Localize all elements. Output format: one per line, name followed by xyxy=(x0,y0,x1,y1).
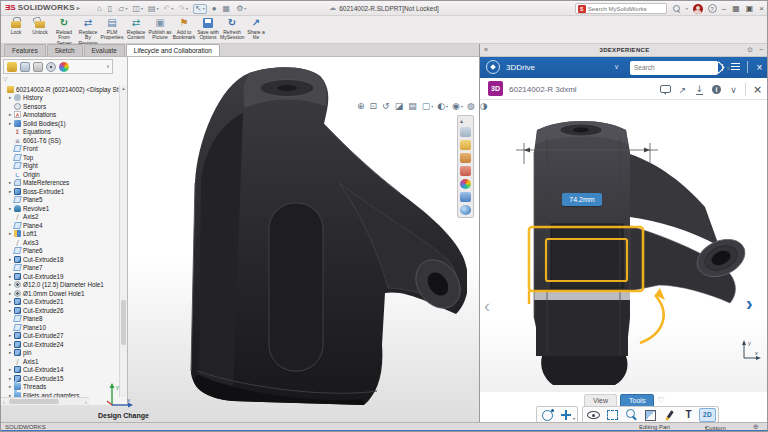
tree-item[interactable]: ▸ History xyxy=(1,94,119,103)
tree-filter[interactable]: ▽ xyxy=(3,75,8,82)
share-icon[interactable]: ↗ xyxy=(677,84,688,96)
more-tabs-arrow-icon[interactable]: › xyxy=(107,63,109,70)
view-palette-icon[interactable] xyxy=(460,166,471,176)
search-icon[interactable] xyxy=(672,4,681,13)
3d-preview-area[interactable]: 74.2mm Pocket w/ thru hole ‹ › y x xyxy=(480,100,768,392)
zoom-tool-icon[interactable] xyxy=(623,408,640,422)
part-model[interactable] xyxy=(137,61,467,423)
tree-item[interactable]: Axis2 xyxy=(1,213,119,222)
next-view-chevron[interactable]: › xyxy=(746,292,753,315)
display-style-icon[interactable]: ◐▾ xyxy=(437,102,448,111)
download-icon[interactable]: ↓ xyxy=(694,84,705,96)
comment-icon[interactable] xyxy=(660,84,671,96)
previous-view-icon[interactable]: ↺ xyxy=(382,102,391,111)
tree-item[interactable]: ▸ Threads xyxy=(1,383,119,392)
tree-item[interactable]: Plane6 xyxy=(1,247,119,256)
annotation-views-icon[interactable]: ▤ xyxy=(408,102,418,111)
tree-item[interactable]: ▸ MateReferences xyxy=(1,179,119,188)
tree-item[interactable]: ▸ Boss-Extrude1 xyxy=(1,187,119,196)
rotate-icon[interactable] xyxy=(539,408,556,422)
redo-icon[interactable]: ↷▾ xyxy=(178,5,188,13)
solidworks-forum-icon[interactable] xyxy=(460,205,471,215)
tree-item[interactable]: Equations xyxy=(1,128,119,137)
custom-properties-icon[interactable] xyxy=(460,192,471,202)
favorite-heart-icon[interactable]: ♡ xyxy=(657,396,664,405)
command-button[interactable]: Replace Content xyxy=(124,16,148,43)
previous-view-chevron[interactable]: ‹ xyxy=(484,296,490,317)
tree-item[interactable]: ▸ Ø1.0mm Dowel Hole1 xyxy=(1,289,119,298)
zoom-area-icon[interactable]: ⊡ xyxy=(370,102,379,111)
divider[interactable] xyxy=(745,83,746,96)
design-library-icon[interactable] xyxy=(460,140,471,150)
user-avatar[interactable] xyxy=(693,4,703,14)
minimize-button[interactable]: – xyxy=(722,5,726,13)
propertymanager-tab[interactable] xyxy=(20,62,30,72)
close-panel-icon[interactable]: × xyxy=(754,61,765,73)
app-selector[interactable]: 3DDrive xyxy=(506,63,535,72)
scrollbar-thumb[interactable] xyxy=(121,300,126,345)
tree-horizontal-scrollbar[interactable]: ‹ › xyxy=(1,397,89,405)
help-button[interactable]: ? xyxy=(708,4,717,13)
command-button[interactable]: Lock xyxy=(4,16,28,43)
edit-appearance-icon[interactable]: ◍ xyxy=(467,102,476,111)
command-button[interactable]: Replace By Revision xyxy=(76,16,100,43)
tree-item[interactable]: Axis1 xyxy=(1,357,119,366)
command-tab[interactable]: Evaluate xyxy=(84,44,125,56)
file-explorer-icon[interactable] xyxy=(460,153,471,163)
tree-item[interactable]: ▸ Cut-Extrude26 xyxy=(1,306,119,315)
dimension-label[interactable]: 74.2mm xyxy=(562,193,602,206)
command-button[interactable]: Refresh MySession xyxy=(220,16,244,43)
app-selector-caret-icon[interactable]: ∨ xyxy=(614,63,619,71)
section-tool-icon[interactable] xyxy=(642,408,659,422)
configurationmanager-tab[interactable] xyxy=(33,62,43,72)
command-tab[interactable]: Features xyxy=(4,44,46,56)
tree-vertical-scrollbar[interactable]: ▴ xyxy=(119,85,127,397)
dimxpertmanager-tab[interactable] xyxy=(46,62,56,72)
tree-item[interactable]: ▸ Cut-Extrude27 xyxy=(1,332,119,341)
divider[interactable] xyxy=(747,61,748,73)
tree-item[interactable]: ▸ Cut-Extrude24 xyxy=(1,340,119,349)
visibility-icon[interactable] xyxy=(585,408,602,422)
zoom-fit-icon[interactable]: ⊕ xyxy=(357,102,366,111)
hide-show-items-icon[interactable]: ◉▾ xyxy=(452,102,463,111)
pan-icon[interactable]: ▾ xyxy=(558,408,575,422)
command-button[interactable]: Share a file xyxy=(244,16,268,43)
display-settings-icon[interactable]: ▦ xyxy=(223,5,232,13)
save-icon[interactable]: ◫▾ xyxy=(132,5,143,13)
tree-item[interactable]: ▸ Solid Bodies(1) xyxy=(1,119,119,128)
restore-button[interactable]: ▣ xyxy=(746,5,754,13)
select-cursor-icon[interactable]: ↖▾ xyxy=(193,4,207,14)
new-document-icon[interactable]: ▯ xyxy=(108,5,113,13)
section-view-icon[interactable]: ◪ xyxy=(395,102,405,111)
solidworks-logo[interactable]: ƎS SOLIDWORKS ▸ xyxy=(5,3,80,12)
tree-item[interactable]: Top xyxy=(1,153,119,162)
command-button[interactable]: PLM Properties xyxy=(100,16,124,43)
tree-item[interactable]: Plane7 xyxy=(1,264,119,273)
info-icon[interactable] xyxy=(711,84,722,96)
tree-item[interactable]: ▸ Revolve1 xyxy=(1,204,119,213)
command-button[interactable]: Reload From Server xyxy=(52,16,76,43)
open-icon[interactable]: ▱▾ xyxy=(118,5,127,13)
tree-item[interactable]: ▸ Cut-Extrude14 xyxy=(1,366,119,375)
tree-item[interactable]: 60214002-R (60214002) <Display St xyxy=(1,85,119,94)
markup-pen-icon[interactable] xyxy=(661,408,678,422)
tree-item[interactable]: Origin xyxy=(1,170,119,179)
tree-item[interactable]: Sensors xyxy=(1,102,119,111)
mode-2d-icon[interactable] xyxy=(699,408,716,422)
3dexperience-compass-icon[interactable] xyxy=(486,60,500,74)
tree-item[interactable]: ▸ Cut-Extrude21 xyxy=(1,298,119,307)
tree-item[interactable]: Axis3 xyxy=(1,238,119,247)
tree-item[interactable]: Front xyxy=(1,145,119,154)
tree-item[interactable]: ▸ Ø12.0 (12.5) Diameter Hole1 xyxy=(1,281,119,290)
apply-scene-icon[interactable]: ◑ xyxy=(480,102,489,111)
options-gear-icon[interactable]: ⚙▾ xyxy=(236,5,246,13)
auto-hide-pin-icon[interactable]: ⊙ xyxy=(747,46,753,54)
tree-item[interactable]: ▸ Loft1 xyxy=(1,230,119,239)
collapse-panel-icon[interactable]: » xyxy=(484,46,488,53)
scroll-right-arrow[interactable]: › xyxy=(85,399,87,405)
drive-search-input[interactable] xyxy=(630,64,722,71)
print-icon[interactable]: ▤▾ xyxy=(148,5,159,13)
command-button[interactable]: Add to Bookmark xyxy=(172,16,196,43)
tree-item[interactable]: Plane10 xyxy=(1,323,119,332)
tree-item[interactable]: ▸ Cut-Extrude19 xyxy=(1,272,119,281)
